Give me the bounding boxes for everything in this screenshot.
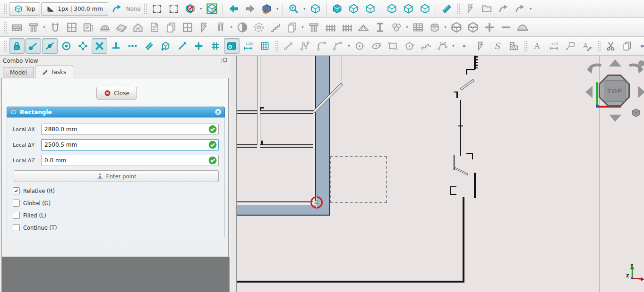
draft-bspline-icon[interactable] <box>418 38 434 54</box>
import-icon[interactable] <box>496 1 511 17</box>
checkbox-continuet[interactable]: Continue (T) <box>13 224 219 231</box>
arch-rebar-icon[interactable] <box>47 19 63 35</box>
arch-pipe-connector-dropdown-icon[interactable]: ▾ <box>443 25 447 29</box>
front-view-icon[interactable] <box>329 1 345 17</box>
grid-toggle-icon[interactable] <box>257 38 273 54</box>
toolbar-grip[interactable] <box>3 22 7 33</box>
toolbar-grip[interactable] <box>3 41 7 52</box>
arch-fence-icon[interactable] <box>322 19 338 35</box>
line-style-button[interactable]: 1px | 300.0 mm <box>41 2 108 16</box>
field-input-dy[interactable] <box>41 139 219 150</box>
nav-arrow-up[interactable] <box>609 59 621 67</box>
left-view-icon[interactable] <box>417 1 433 17</box>
checkbox-relativer[interactable]: Relative (R) <box>13 187 219 194</box>
checkbox-box[interactable] <box>13 224 20 231</box>
rotate-view-icon[interactable] <box>259 1 275 17</box>
zoom-icon[interactable] <box>286 1 301 17</box>
draft-arc-dropdown-icon[interactable]: ▾ <box>347 44 351 48</box>
nav-arrow-down[interactable] <box>609 115 621 122</box>
nav-arrow-left[interactable] <box>585 86 592 98</box>
export-dropdown-icon[interactable]: ▾ <box>529 7 533 11</box>
close-task-button[interactable]: Close <box>96 87 137 100</box>
tab-model[interactable]: Model <box>3 67 34 78</box>
arch-remove-component-icon[interactable] <box>498 19 514 35</box>
draft-arrow-icon[interactable] <box>109 1 125 17</box>
undo-view-icon[interactable] <box>226 1 241 17</box>
draft-line-icon[interactable] <box>281 38 296 54</box>
right-view-icon[interactable] <box>362 1 378 17</box>
arch-pipe-icon[interactable] <box>213 19 228 35</box>
snap-intersection-icon[interactable] <box>92 38 107 54</box>
snap-special-icon[interactable] <box>75 38 91 54</box>
arch-truss-icon[interactable] <box>355 19 371 35</box>
draft-dimension-icon[interactable]: 1.00 <box>546 38 562 54</box>
nav-cube-top-face[interactable]: TOP <box>604 80 626 102</box>
draft-point-icon[interactable] <box>456 38 472 54</box>
snap-lock-icon[interactable] <box>9 38 25 54</box>
draft-ellipse-icon[interactable] <box>369 38 384 54</box>
arch-panel-dropdown-icon[interactable]: ▾ <box>301 25 305 29</box>
panel-splitter[interactable] <box>231 56 236 292</box>
arch-level-icon[interactable] <box>146 19 162 35</box>
rear-view-icon[interactable] <box>384 1 400 17</box>
arch-equipment-icon[interactable] <box>306 19 321 35</box>
arch-schedule-icon[interactable] <box>410 19 426 35</box>
snap-center-icon[interactable] <box>59 38 74 54</box>
clipping-plane-dropdown-icon[interactable]: ▾ <box>199 7 203 11</box>
arch-material-icon[interactable] <box>388 19 404 35</box>
arch-cut-plane-icon[interactable] <box>448 19 464 35</box>
arch-structure-dropdown-icon[interactable]: ▾ <box>42 25 46 29</box>
arch-curtain-wall-icon[interactable] <box>64 19 79 35</box>
autogroup-button[interactable]: None <box>126 1 141 17</box>
field-input-dz[interactable] <box>41 155 219 166</box>
enter-point-button[interactable]: Enter point <box>14 170 219 182</box>
draft-shapestring-icon[interactable]: S <box>489 38 505 54</box>
snap-near-icon[interactable] <box>174 38 190 54</box>
checkbox-filledl[interactable]: Filled (L) <box>13 212 219 219</box>
draft-label-icon[interactable] <box>563 38 578 54</box>
rectangle-section-header[interactable]: Rectangle <box>7 107 225 117</box>
arch-tag-icon[interactable] <box>196 19 212 35</box>
select-subelement-icon[interactable] <box>204 1 220 17</box>
draft-circle-icon[interactable] <box>352 38 368 54</box>
snap-parallel-icon[interactable] <box>141 38 157 54</box>
clipping-plane-icon[interactable] <box>182 1 198 17</box>
draft-text-icon[interactable]: A <box>530 38 545 54</box>
nav-mini-cube[interactable] <box>631 108 641 118</box>
arch-cut-line-icon[interactable] <box>465 19 481 35</box>
link-icon[interactable] <box>463 1 478 17</box>
snap-workingplane-icon[interactable] <box>158 38 173 54</box>
draft-hatch-icon[interactable] <box>506 38 522 54</box>
nav-rotate-dot[interactable] <box>638 60 644 67</box>
arch-frame-icon[interactable] <box>339 19 354 35</box>
arch-building-icon[interactable] <box>130 19 146 35</box>
arch-stairs-icon[interactable] <box>267 19 283 35</box>
annotation-style-icon[interactable]: A <box>579 38 595 54</box>
toolbar-grip[interactable] <box>597 41 601 52</box>
draft-bezier-dropdown-icon[interactable]: ▾ <box>451 44 455 48</box>
3d-viewport[interactable]: TOP Y Z <box>236 56 644 292</box>
checkbox-globalg[interactable]: Global (G) <box>13 200 219 207</box>
draft-facebinder-icon[interactable] <box>473 38 489 54</box>
toolbar-grip[interactable] <box>3 3 7 15</box>
draft-bezier-icon[interactable] <box>435 38 450 54</box>
arch-material-dropdown-icon[interactable]: ▾ <box>405 25 409 29</box>
snap-dimensions-icon[interactable]: 1.00 <box>240 38 256 54</box>
arch-section-plane-icon[interactable] <box>234 19 250 35</box>
overflow-chevron-icon[interactable]: » <box>636 38 644 54</box>
arch-add-component-icon[interactable] <box>481 19 497 35</box>
workingplane-top-button[interactable]: Top <box>9 2 40 16</box>
snap-perpendicular-icon[interactable] <box>108 38 124 54</box>
box-selection-icon[interactable] <box>149 1 165 17</box>
arch-structure-icon[interactable] <box>26 19 41 35</box>
rotate-view-dropdown-icon[interactable]: ▾ <box>275 7 280 11</box>
zoom-dropdown-icon[interactable]: ▾ <box>302 7 307 11</box>
cut-icon[interactable] <box>603 38 618 54</box>
measure-icon[interactable] <box>439 1 455 17</box>
rotate-left-arrow[interactable] <box>586 62 602 75</box>
folder-icon[interactable] <box>479 1 495 17</box>
tab-tasks[interactable]: Tasks <box>35 66 73 78</box>
toolbar-grip[interactable] <box>144 3 147 15</box>
arch-building-part-icon[interactable] <box>80 19 96 35</box>
copy-icon[interactable] <box>619 38 635 54</box>
